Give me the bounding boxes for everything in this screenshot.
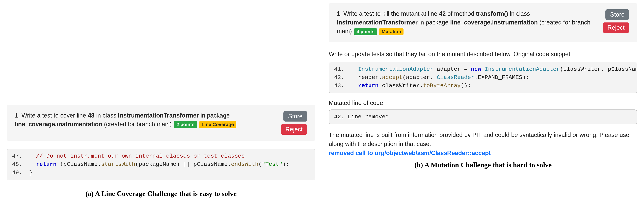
code-snippet-original: 41. InstrumentationAdapter adapter = new… bbox=[329, 62, 637, 94]
code-type: InstrumentationAdapter bbox=[358, 66, 433, 72]
challenge-mid2: in class bbox=[508, 10, 530, 17]
challenge-package: line_coverage.instrumentation bbox=[15, 121, 102, 128]
store-button[interactable]: Store bbox=[284, 111, 307, 122]
code-text: (); bbox=[461, 82, 471, 89]
code-type: ClassReader bbox=[437, 74, 474, 81]
mutated-label: Mutated line of code bbox=[329, 100, 637, 106]
challenge-mid3: in package bbox=[418, 19, 450, 26]
reject-button[interactable]: Reject bbox=[603, 22, 629, 33]
code-method: accept bbox=[382, 74, 402, 81]
store-button[interactable]: Store bbox=[606, 10, 629, 20]
button-column: Store Reject bbox=[603, 10, 629, 33]
challenge-description: 1. Write a test to cover line 48 in clas… bbox=[15, 111, 277, 128]
code-keyword: new bbox=[471, 66, 481, 72]
code-text: (adapter, bbox=[402, 74, 437, 81]
code-text bbox=[481, 66, 484, 72]
code-text: .EXPAND_FRAMES); bbox=[474, 74, 529, 81]
code-keyword: return bbox=[36, 161, 56, 168]
code-method: endsWith bbox=[231, 161, 258, 168]
spacer bbox=[7, 3, 315, 105]
challenge-line-num: 42 bbox=[439, 10, 446, 17]
code-text: ); bbox=[282, 161, 289, 168]
challenge-prefix: 1. Write a test to kill the mutant at li… bbox=[337, 10, 439, 17]
challenge-line-num: 48 bbox=[88, 112, 94, 119]
code-string: "Test" bbox=[262, 161, 282, 168]
line-num: 41. bbox=[334, 66, 344, 72]
code-type: InstrumentationAdapter bbox=[485, 66, 560, 72]
code-snippet-left: 47. // Do not instrument our own interna… bbox=[7, 149, 315, 180]
line-num: 42. bbox=[334, 74, 344, 81]
mutation-desc-text: The mutated line is built from informati… bbox=[329, 132, 629, 147]
code-text: classWriter. bbox=[378, 82, 423, 89]
instruction-text: Write or update tests so that they fail … bbox=[329, 50, 637, 58]
challenge-mid1: in class bbox=[94, 112, 118, 119]
challenge-mid2: in package bbox=[199, 112, 230, 119]
line-num: 49. bbox=[12, 170, 22, 176]
code-brace: } bbox=[29, 170, 32, 176]
code-comment: // Do not instrument our own internal cl… bbox=[36, 153, 245, 159]
type-badge: Line Coverage bbox=[199, 121, 236, 128]
figure-caption-b: (b) A Mutation Challenge that is hard to… bbox=[329, 161, 637, 169]
code-text: (packageName) || pClassName. bbox=[135, 161, 231, 168]
reject-button[interactable]: Reject bbox=[281, 124, 307, 134]
code-keyword: return bbox=[358, 82, 378, 89]
code-text: ( bbox=[258, 161, 262, 168]
button-column: Store Reject bbox=[281, 111, 307, 134]
right-panel: 1. Write a test to kill the mutant at li… bbox=[322, 0, 644, 201]
code-method: startsWith bbox=[101, 161, 135, 168]
line-num: 48. bbox=[12, 161, 22, 168]
challenge-mid1: of method bbox=[446, 10, 476, 17]
code-text: reader. bbox=[358, 74, 382, 81]
code-text: adapter = bbox=[433, 66, 471, 72]
challenge-description: 1. Write a test to kill the mutant at li… bbox=[337, 10, 599, 36]
code-snippet-mutated: 42. Line removed bbox=[329, 110, 637, 124]
challenge-method: transform() bbox=[476, 10, 508, 17]
left-panel: 1. Write a test to cover line 48 in clas… bbox=[0, 0, 322, 201]
line-num: 47. bbox=[12, 153, 22, 159]
challenge-card-right: 1. Write a test to kill the mutant at li… bbox=[329, 3, 637, 42]
type-badge: Mutation bbox=[379, 28, 404, 36]
line-num: 43. bbox=[334, 82, 344, 89]
challenge-class: InstrumentationTransformer bbox=[118, 112, 199, 119]
points-badge: 4 points bbox=[354, 28, 377, 36]
challenge-package: line_coverage.instrumentation bbox=[450, 19, 538, 26]
code-text: (classWriter, pClassName); bbox=[560, 66, 637, 72]
points-badge: 2 points bbox=[174, 121, 197, 128]
code-text: !pClassName. bbox=[56, 161, 101, 168]
mutation-link[interactable]: removed call to org/objectweb/asm/ClassR… bbox=[329, 150, 491, 156]
challenge-suffix: (created for branch main) bbox=[102, 121, 172, 128]
challenge-prefix: 1. Write a test to cover line bbox=[15, 112, 88, 119]
challenge-card-left: 1. Write a test to cover line 48 in clas… bbox=[7, 105, 315, 141]
code-method: toByteArray bbox=[423, 82, 461, 89]
figure-caption-a: (a) A Line Coverage Challenge that is ea… bbox=[7, 190, 315, 198]
mutation-description: The mutated line is built from informati… bbox=[329, 130, 637, 158]
challenge-class: InstrumentationTransformer bbox=[337, 19, 418, 26]
